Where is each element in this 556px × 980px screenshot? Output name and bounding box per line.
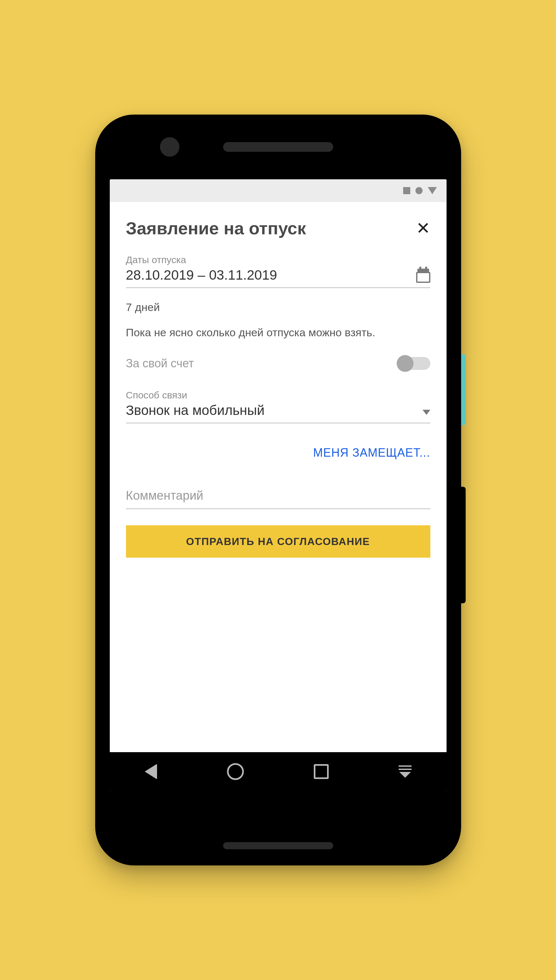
phone-side-button-bottom: [461, 487, 465, 603]
dates-label: Даты отпуска: [126, 255, 430, 265]
phone-top-bezel: [95, 114, 461, 179]
phone-speaker: [223, 142, 333, 152]
phone-frame: Заявление на отпуск ✕ Даты отпуска 28.10…: [95, 114, 461, 866]
app-header: Заявление на отпуск ✕: [126, 218, 430, 238]
chevron-down-icon: [423, 410, 430, 415]
dates-value: 28.10.2019 – 03.11.2019: [126, 268, 277, 283]
app-content: Заявление на отпуск ✕ Даты отпуска 28.10…: [110, 202, 446, 558]
phone-bottom-speaker: [223, 842, 333, 849]
status-square-icon: [403, 187, 410, 194]
status-bar: [110, 179, 446, 202]
comment-field[interactable]: Комментарий: [126, 489, 430, 509]
comment-placeholder: Комментарий: [126, 489, 430, 503]
status-triangle-icon: [428, 187, 437, 194]
page-title: Заявление на отпуск: [126, 218, 306, 238]
contact-field[interactable]: Способ связи Звонок на мобильный: [126, 390, 430, 423]
screen: Заявление на отпуск ✕ Даты отпуска 28.10…: [110, 179, 446, 791]
contact-value: Звонок на мобильный: [126, 403, 265, 418]
own-expense-row: За свой счет: [126, 357, 430, 370]
nav-home-icon[interactable]: [227, 763, 244, 780]
own-expense-label: За свой счет: [126, 357, 194, 370]
days-note: Пока не ясно сколько дней отпуска можно …: [126, 325, 430, 340]
android-navbar: [110, 752, 446, 791]
close-icon[interactable]: ✕: [416, 220, 430, 237]
phone-side-button-top: [461, 354, 465, 425]
submit-button[interactable]: ОТПРАВИТЬ НА СОГЛАСОВАНИЕ: [126, 525, 430, 558]
calendar-icon[interactable]: [416, 269, 430, 283]
days-count: 7 дней: [126, 301, 430, 314]
contact-label: Способ связи: [126, 390, 430, 401]
nav-back-icon[interactable]: [145, 764, 157, 779]
substitute-link[interactable]: МЕНЯ ЗАМЕЩАЕТ...: [313, 446, 430, 459]
status-dot-icon: [415, 187, 423, 194]
nav-recent-icon[interactable]: [314, 764, 329, 779]
phone-camera: [160, 137, 179, 156]
dates-field[interactable]: Даты отпуска 28.10.2019 – 03.11.2019: [126, 255, 430, 288]
nav-download-icon[interactable]: [399, 766, 412, 778]
own-expense-toggle[interactable]: [398, 357, 430, 370]
